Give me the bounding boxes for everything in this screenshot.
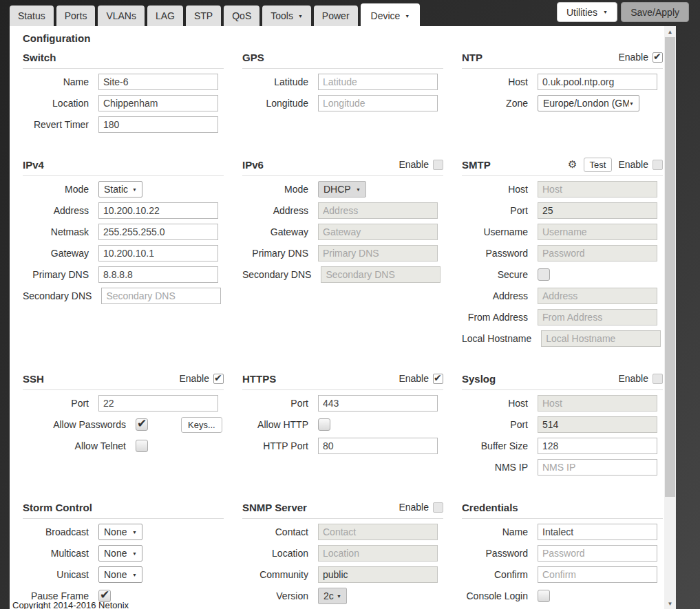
smtp-address-input[interactable] — [538, 288, 657, 304]
smtp-test-button[interactable]: Test — [584, 158, 613, 172]
switch-location-input[interactable] — [98, 95, 218, 111]
ipv4-gateway-input[interactable] — [98, 245, 218, 261]
syslog-enable-checkbox[interactable] — [653, 374, 663, 384]
ipv6-address-input[interactable] — [318, 202, 438, 219]
tab-ports[interactable]: Ports — [56, 6, 96, 26]
allow-telnet-checkbox[interactable] — [136, 440, 148, 452]
unicast-select[interactable]: None ▼ — [98, 566, 142, 583]
http-port-input[interactable] — [318, 438, 438, 454]
ipv4-address-input[interactable] — [98, 202, 218, 219]
field-row: Name — [462, 524, 663, 540]
ipv6-secondary-dns-input[interactable] — [321, 266, 441, 283]
snmp-contact-input[interactable] — [318, 524, 438, 540]
https-enable-checkbox[interactable] — [433, 374, 443, 384]
revert-timer-input[interactable] — [98, 116, 218, 133]
credentials-name-input[interactable] — [538, 524, 657, 540]
ipv4-mode-select[interactable]: Static ▼ — [98, 181, 142, 197]
tab-device[interactable]: Device▼ — [361, 3, 421, 26]
field-label: Address — [242, 205, 308, 216]
tab-stp[interactable]: STP — [186, 6, 221, 26]
tab-lag[interactable]: LAG — [147, 6, 183, 26]
snmp-community-input[interactable] — [318, 566, 438, 583]
allow-http-checkbox[interactable] — [318, 418, 330, 431]
section-title: SMTP — [462, 159, 491, 171]
content-panel: Configuration Switch Name Location Rever… — [10, 26, 676, 609]
tab-tools[interactable]: Tools▼ — [262, 6, 311, 26]
enable-label: Enable — [399, 373, 429, 384]
syslog-port-input[interactable] — [538, 416, 657, 433]
enable-label: Enable — [399, 159, 429, 170]
multicast-select[interactable]: None ▼ — [98, 545, 142, 562]
section-title: SSH — [23, 373, 44, 385]
save-apply-button[interactable]: Save/Apply — [621, 2, 689, 22]
nms-ip-input[interactable] — [538, 459, 657, 476]
smtp-username-input[interactable] — [538, 224, 657, 240]
vertical-scrollbar[interactable]: ▲ ▼ — [664, 26, 676, 609]
ipv6-enable-checkbox[interactable] — [433, 160, 443, 170]
buffer-size-input[interactable] — [538, 438, 657, 454]
ntp-host-input[interactable] — [538, 74, 657, 90]
field-label: Gateway — [242, 226, 308, 237]
section-ntp: NTP Enable Host Zone Europe/London (GMT0… — [462, 45, 663, 111]
tab-vlans[interactable]: VLANs — [98, 6, 145, 26]
snmp-version-select[interactable]: 2c ▼ — [318, 588, 347, 604]
smtp-password-input[interactable] — [538, 245, 657, 261]
allow-passwords-checkbox[interactable] — [136, 418, 148, 431]
smtp-enable-checkbox[interactable] — [653, 160, 663, 170]
gear-icon[interactable]: ⚙ — [568, 160, 577, 170]
snmp-enable-checkbox[interactable] — [433, 502, 443, 513]
caret-down-icon: ▼ — [132, 187, 137, 192]
console-login-checkbox[interactable] — [538, 590, 550, 602]
ipv4-secondary-dns-input[interactable] — [101, 288, 221, 304]
smtp-host-input[interactable] — [538, 181, 657, 197]
sections-grid: Switch Name Location Revert Timer — [23, 45, 664, 604]
tab-status[interactable]: Status — [10, 6, 54, 26]
ipv6-gateway-input[interactable] — [318, 224, 438, 240]
https-port-input[interactable] — [318, 395, 438, 412]
field-label: Mode — [23, 184, 89, 195]
tab-power[interactable]: Power — [314, 6, 358, 26]
smtp-secure-checkbox[interactable] — [538, 268, 550, 281]
broadcast-select[interactable]: None ▼ — [98, 524, 142, 540]
field-row: Secondary DNS — [23, 288, 224, 304]
scroll-down-arrow-icon[interactable]: ▼ — [664, 598, 676, 609]
ssh-enable-checkbox[interactable] — [213, 374, 224, 384]
longitude-input[interactable] — [318, 95, 438, 111]
smtp-local-hostname-input[interactable] — [541, 330, 661, 347]
field-row: Revert Timer — [23, 116, 224, 133]
field-label: Community — [242, 569, 308, 580]
field-label: Zone — [462, 98, 528, 109]
utilities-button[interactable]: Utilities▼ — [557, 2, 617, 22]
tab-qos[interactable]: QoS — [224, 6, 259, 26]
latitude-input[interactable] — [318, 74, 438, 90]
ntp-zone-select[interactable]: Europe/London (GMT0B ▼ — [538, 95, 639, 111]
ssh-keys-button[interactable]: Keys... — [181, 417, 222, 433]
caret-down-icon: ▼ — [337, 594, 341, 599]
snmp-location-input[interactable] — [318, 545, 438, 562]
ipv4-primary-dns-input[interactable] — [98, 266, 218, 283]
switch-name-input[interactable] — [98, 74, 218, 90]
smtp-from-address-input[interactable] — [538, 309, 657, 325]
credentials-password-input[interactable] — [538, 545, 657, 562]
field-row: Primary DNS — [242, 245, 443, 261]
section-header: Credentials — [462, 500, 663, 519]
field-label: Name — [462, 526, 528, 537]
field-label: Username — [462, 226, 528, 237]
field-row: Host — [462, 181, 663, 197]
field-row: Version 2c ▼ — [242, 588, 443, 604]
section-header: GPS — [242, 50, 443, 69]
scroll-up-arrow-icon[interactable]: ▲ — [664, 26, 676, 37]
field-row: Allow HTTP — [242, 416, 443, 433]
ipv4-netmask-input[interactable] — [98, 224, 218, 240]
section-snmp: SNMP Server Enable Contact Location Comm… — [242, 495, 443, 604]
ssh-port-input[interactable] — [98, 395, 218, 412]
ntp-enable-checkbox[interactable] — [653, 52, 663, 63]
credentials-confirm-input[interactable] — [538, 566, 657, 583]
top-navigation-bar: Status Ports VLANs LAG STP QoS Tools▼ Po… — [0, 0, 700, 26]
ipv6-mode-select[interactable]: DHCP ▼ — [318, 181, 366, 197]
field-label: Secondary DNS — [23, 290, 92, 301]
syslog-host-input[interactable] — [538, 395, 657, 412]
ipv6-primary-dns-input[interactable] — [318, 245, 438, 261]
smtp-port-input[interactable] — [538, 202, 657, 219]
scrollbar-thumb[interactable] — [665, 37, 675, 497]
